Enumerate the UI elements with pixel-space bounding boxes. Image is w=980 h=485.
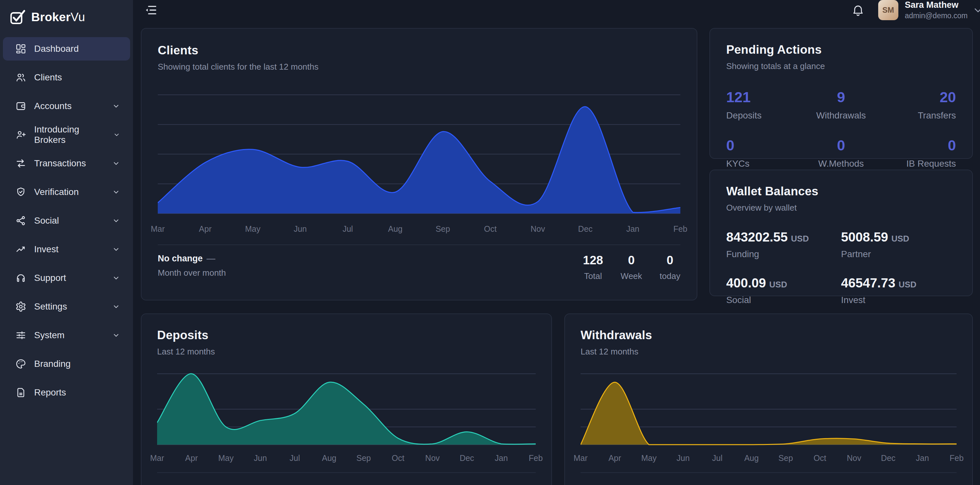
- sidebar-item-system[interactable]: System: [3, 324, 130, 347]
- wallet-social: 400.09USDSocial: [726, 276, 841, 305]
- clients-stat-total: 128Total: [583, 254, 603, 281]
- wallet-currency: USD: [769, 279, 787, 289]
- wallet-value-line: 5008.59USD: [841, 230, 956, 244]
- x-axis-label-sep: Sep: [436, 224, 450, 234]
- sliders-icon: [15, 330, 26, 341]
- wallet-invest: 46547.73USDInvest: [841, 276, 956, 305]
- pending-actions-grid: 121Deposits9Withdrawals20Transfers0KYCs0…: [726, 89, 956, 169]
- sidebar-item-branding[interactable]: Branding: [3, 352, 130, 376]
- withdrawals-footer-divider: [581, 472, 956, 473]
- sidebar-item-clients[interactable]: Clients: [3, 66, 130, 89]
- pending-stat-value: 0: [726, 137, 803, 154]
- x-axis-label-jan: Jan: [916, 453, 929, 463]
- wallet-label: Partner: [841, 249, 956, 259]
- sidebar-item-introducing-brokers[interactable]: Introducing Brokers: [3, 123, 130, 147]
- sidebar-item-label: Support: [34, 273, 66, 283]
- pending-stat-w-methods: 0W.Methods: [803, 137, 879, 169]
- wallet-value: 843202.55: [726, 230, 788, 244]
- chevron-down-icon: [112, 274, 120, 282]
- wallet-label: Funding: [726, 249, 841, 259]
- withdrawals-area-chart: [581, 368, 956, 448]
- sidebar-item-settings[interactable]: Settings: [3, 295, 130, 318]
- x-axis-label-sep: Sep: [778, 453, 793, 463]
- sidebar-item-accounts[interactable]: Accounts: [3, 94, 130, 118]
- pending-stat-label: IB Requests: [880, 158, 956, 169]
- chevron-down-icon: [112, 331, 120, 340]
- pending-actions-subtitle: Showing totals at a glance: [726, 61, 956, 71]
- sidebar-item-dashboard[interactable]: Dashboard: [3, 37, 130, 61]
- sidebar-item-reports[interactable]: Reports: [3, 381, 130, 404]
- wallet-balances-grid: 843202.55USDFunding5008.59USDPartner400.…: [726, 230, 956, 305]
- palette-icon: [15, 358, 26, 369]
- pending-stat-value: 9: [803, 89, 879, 106]
- chevron-down-icon: [112, 102, 120, 110]
- x-axis-label-feb: Feb: [673, 224, 687, 234]
- wallet-value-line: 46547.73USD: [841, 276, 956, 290]
- sidebar-item-social[interactable]: Social: [3, 209, 130, 232]
- wallet-balances-card: Wallet Balances Overview by wallet 84320…: [710, 169, 973, 296]
- user-name: Sara Mathew: [905, 1, 968, 10]
- x-axis-label-apr: Apr: [609, 453, 621, 463]
- wallet-balances-title: Wallet Balances: [726, 185, 956, 198]
- brand-name-bold: Broker: [31, 10, 71, 24]
- wallet-currency: USD: [791, 234, 809, 244]
- wallet-label: Invest: [841, 295, 956, 305]
- clients-card-subtitle: Showing total clients for the last 12 mo…: [158, 62, 681, 72]
- topbar: SM Sara Mathew admin@demo.com: [133, 0, 980, 20]
- pending-stat-label: Deposits: [726, 110, 803, 121]
- stat-value: 128: [583, 254, 603, 267]
- sidebar-item-verification[interactable]: Verification: [3, 180, 130, 204]
- chevron-down-icon: [112, 302, 120, 311]
- sidebar-item-label: Verification: [34, 187, 79, 197]
- user-menu-chevron-down-icon[interactable]: [972, 4, 980, 16]
- pending-stat-value: 0: [803, 137, 879, 154]
- pending-stat-ib-requests: 0IB Requests: [880, 137, 956, 169]
- pending-actions-title: Pending Actions: [726, 43, 956, 57]
- x-axis-label-nov: Nov: [847, 453, 861, 463]
- brand-logo-icon: [8, 8, 26, 26]
- file-icon: [15, 387, 26, 398]
- x-axis-label-oct: Oct: [391, 453, 404, 463]
- sidebar-item-label: System: [34, 330, 64, 340]
- x-axis-label-aug: Aug: [388, 224, 402, 234]
- dashboard-icon: [15, 43, 26, 54]
- pending-actions-card: Pending Actions Showing totals at a glan…: [710, 28, 973, 159]
- sidebar-item-label: Social: [34, 215, 59, 226]
- notifications-bell-button[interactable]: [851, 3, 864, 17]
- withdrawals-card: Withdrawals Last 12 months MarAprMayJunJ…: [564, 313, 973, 485]
- brand-name: BrokerVu: [31, 10, 85, 24]
- bell-icon: [851, 3, 864, 17]
- wallet-currency: USD: [899, 279, 916, 289]
- main-area: SM Sara Mathew admin@demo.com Clients Sh…: [133, 0, 980, 485]
- x-axis-label-nov: Nov: [530, 224, 545, 234]
- x-axis-label-aug: Aug: [744, 453, 759, 463]
- gear-icon: [15, 301, 26, 312]
- x-axis-label-mar: Mar: [151, 224, 165, 234]
- no-change-dash-icon: —: [207, 254, 215, 263]
- stat-label: Total: [583, 271, 603, 281]
- pending-stat-withdrawals: 9Withdrawals: [803, 89, 879, 121]
- sidebar-collapse-button[interactable]: [144, 3, 158, 17]
- chevron-down-icon: [112, 217, 120, 225]
- x-axis-label-jul: Jul: [712, 453, 722, 463]
- sidebar-item-transactions[interactable]: Transactions: [3, 152, 130, 175]
- x-axis-label-nov: Nov: [425, 453, 439, 463]
- brand-name-light: Vu: [71, 10, 85, 24]
- deposits-card: Deposits Last 12 months MarAprMayJunJulA…: [141, 313, 552, 485]
- wallet-value: 5008.59: [841, 230, 888, 244]
- sidebar-item-invest[interactable]: Invest: [3, 238, 130, 261]
- chevron-down-icon: [113, 131, 120, 139]
- chevron-down-icon: [112, 245, 120, 254]
- sidebar-item-support[interactable]: Support: [3, 266, 130, 290]
- wallet-partner: 5008.59USDPartner: [841, 230, 956, 259]
- stat-label: Week: [620, 271, 642, 281]
- clients-trend-subtext: Month over month: [158, 268, 226, 278]
- pending-stat-transfers: 20Transfers: [880, 89, 956, 121]
- x-axis-label-jun: Jun: [294, 224, 307, 234]
- withdrawals-chart: MarAprMayJunJulAugSepOctNovDecJanFeb: [581, 368, 956, 473]
- pending-stat-label: Withdrawals: [803, 110, 879, 121]
- avatar[interactable]: SM: [878, 0, 898, 20]
- withdrawals-x-axis: MarAprMayJunJulAugSepOctNovDecJanFeb: [581, 451, 956, 465]
- clients-card-footer: No change— Month over month 128Total0Wee…: [158, 244, 681, 281]
- deposits-chart-plot: [157, 368, 536, 448]
